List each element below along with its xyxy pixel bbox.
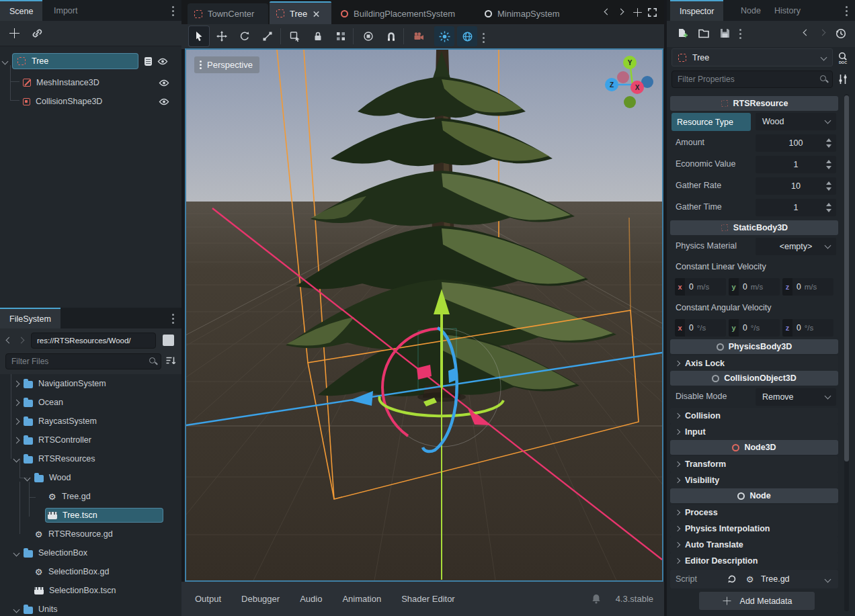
prop-resource-type-label[interactable]: Resource Type [671, 113, 751, 131]
prop-gather-time-label[interactable]: Gather Time [676, 202, 722, 212]
group-process[interactable]: Process [670, 504, 838, 521]
toggle-split-mode-icon[interactable] [163, 335, 174, 346]
category-node3d[interactable]: Node3D [670, 440, 838, 455]
file-tree-row[interactable]: RTSResources [0, 449, 172, 468]
bottom-tab-shader-editor[interactable]: Shader Editor [397, 591, 459, 607]
select-mode-button[interactable] [189, 26, 209, 46]
dock-menu-icon[interactable] [172, 314, 174, 316]
prop-physics-material-value[interactable]: <empty> [756, 238, 836, 255]
spin-arrows-icon[interactable] [826, 160, 831, 169]
expand-caret-icon[interactable] [13, 455, 19, 462]
script-value[interactable]: Tree.gd [761, 574, 790, 584]
spin-arrows-icon[interactable] [826, 181, 831, 191]
prop-economic-value[interactable]: 1 [756, 156, 836, 173]
file-tree-row[interactable]: Units [0, 600, 172, 616]
scale-mode-button[interactable] [257, 26, 278, 46]
nav-back-icon[interactable] [6, 337, 13, 344]
preview-options-icon[interactable] [483, 33, 485, 35]
group-physics-interpolation[interactable]: Physics Interpolation [670, 521, 838, 537]
axis-orientation-gizmo[interactable]: Y Z X [589, 50, 662, 117]
node-selector-dropdown[interactable]: Tree [671, 48, 833, 67]
file-tree-row[interactable]: Wood [0, 468, 172, 487]
new-resource-icon[interactable] [676, 28, 688, 40]
prop-physics-material-label[interactable]: Physics Material [676, 241, 737, 251]
scenetab-buildingplacement[interactable]: BuildingPlacementSystem [334, 3, 477, 24]
rotate-mode-button[interactable] [235, 26, 255, 46]
filter-properties-input[interactable] [671, 71, 833, 88]
gear-script-icon[interactable] [745, 575, 754, 584]
spin-arrows-icon[interactable] [826, 203, 831, 212]
path-field[interactable] [31, 333, 156, 349]
expand-caret-icon[interactable] [13, 606, 19, 613]
group-visibility[interactable]: Visibility [670, 472, 838, 488]
visibility-eye-icon[interactable] [159, 98, 169, 105]
category-collisionobject3d[interactable]: CollisionObject3D [670, 371, 838, 386]
category-physicsbody3d[interactable]: PhysicsBody3D [670, 339, 838, 354]
tab-import[interactable]: Import [47, 0, 84, 21]
new-scene-tab-icon[interactable] [633, 8, 642, 17]
file-tree-row[interactable]: Tree.tscn [0, 506, 172, 525]
expand-caret-icon[interactable] [13, 399, 19, 406]
file-tree-row[interactable]: SelectionBox [0, 543, 172, 562]
prop-resource-type-value[interactable]: Wood [756, 113, 836, 130]
history-back-icon[interactable] [803, 30, 810, 36]
scene-row-meshinstance[interactable]: MeshInstance3D [23, 73, 179, 92]
scenetab-tree[interactable]: Tree [270, 1, 331, 24]
group-transform[interactable]: Transform [670, 456, 838, 472]
category-rtsresource[interactable]: RTSResource [670, 96, 838, 111]
bottom-tab-output[interactable]: Output [191, 591, 225, 607]
tab-filesystem[interactable]: FileSystem [0, 308, 60, 328]
spin-arrows-icon[interactable] [826, 138, 831, 148]
inspector-scrollbar[interactable] [844, 95, 849, 461]
sort-files-icon[interactable] [165, 355, 176, 366]
tab-node[interactable]: Node [734, 0, 768, 21]
file-tree-row[interactable]: Tree.gd [0, 487, 172, 506]
category-node[interactable]: Node [670, 488, 838, 503]
tab-scene[interactable]: Scene [0, 0, 42, 21]
vec-linear-z[interactable]: z0m/s [782, 278, 833, 296]
add-node-icon[interactable] [9, 28, 19, 38]
axis-ball-neg-y[interactable] [624, 96, 636, 108]
collapse-caret-icon[interactable] [2, 58, 9, 64]
vec-linear-x[interactable]: x0m/s [675, 278, 726, 296]
list-select-button[interactable] [285, 26, 305, 46]
script-icon[interactable] [145, 57, 152, 66]
distraction-free-icon[interactable] [647, 7, 658, 18]
file-tree-row[interactable]: SelectionBox.tscn [0, 581, 172, 600]
category-staticbody3d[interactable]: StaticBody3D [670, 220, 838, 235]
group-axis-lock[interactable]: Axis Lock [670, 355, 838, 371]
scene-row-collisionshape[interactable]: CollisionShape3D [23, 92, 179, 111]
perspective-menu[interactable]: Perspective [194, 56, 259, 73]
local-space-button[interactable] [358, 26, 378, 46]
lock-node-button[interactable] [308, 26, 328, 46]
group-node-button[interactable] [331, 26, 351, 46]
prop-amount-label[interactable]: Amount [676, 138, 704, 147]
load-resource-folder-icon[interactable] [698, 28, 710, 39]
prop-economic-value-label[interactable]: Economic Value [676, 159, 735, 169]
filesystem-filter-input[interactable] [5, 353, 161, 369]
viewport-3d[interactable]: Perspective Y Z X [186, 50, 662, 580]
group-auto-translate[interactable]: Auto Translate [670, 537, 838, 553]
expand-caret-icon[interactable] [13, 549, 19, 556]
close-tab-icon[interactable] [313, 11, 319, 17]
file-tree-row[interactable]: RTSResource.gd [0, 525, 172, 543]
prop-disable-mode-label[interactable]: Disable Mode [676, 392, 727, 401]
visibility-eye-icon[interactable] [157, 58, 168, 65]
reload-script-icon[interactable] [727, 574, 737, 584]
dock-menu-icon[interactable] [846, 6, 848, 8]
bottom-tab-animation[interactable]: Animation [338, 591, 385, 607]
open-docs-icon[interactable]: DOC [836, 51, 850, 64]
next-scene-tab-icon[interactable] [618, 9, 624, 15]
expand-caret-icon[interactable] [13, 380, 19, 387]
group-editor-description[interactable]: Editor Description [670, 553, 838, 569]
notification-bell-icon[interactable] [592, 594, 601, 604]
vec-angular-y[interactable]: y0°/s [729, 319, 780, 337]
tab-inspector[interactable]: Inspector [670, 0, 723, 21]
history-forward-icon[interactable] [819, 30, 826, 36]
history-clock-icon[interactable] [835, 28, 847, 40]
instance-scene-icon[interactable] [31, 27, 44, 40]
prop-gather-time-value[interactable]: 1 [756, 199, 836, 216]
vec-angular-x[interactable]: x0°/s [675, 319, 726, 337]
group-input[interactable]: Input [670, 424, 838, 440]
prop-disable-mode-value[interactable]: Remove [756, 388, 836, 406]
